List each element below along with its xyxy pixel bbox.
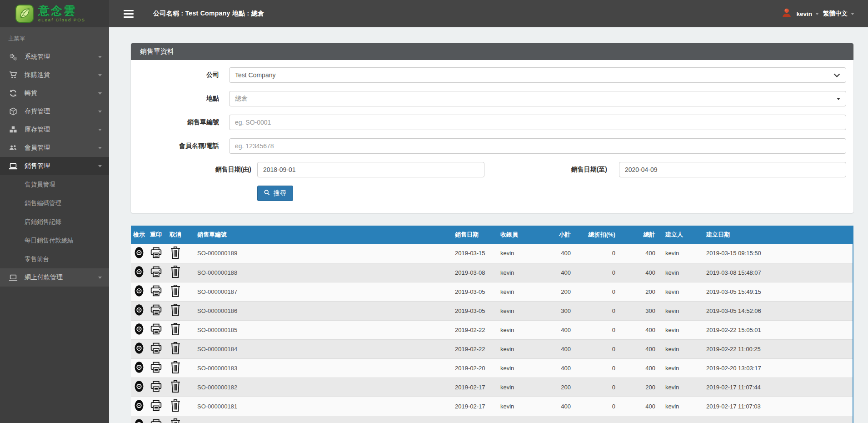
view-button[interactable] [133, 418, 145, 423]
search-button[interactable]: 搜尋 [257, 186, 293, 201]
cancel-button[interactable] [169, 303, 182, 318]
submenu-item-retail-front[interactable]: 零售前台 [0, 250, 109, 268]
sale-date-from-input[interactable] [257, 162, 484, 177]
cancel-button[interactable] [169, 322, 182, 337]
users-icon [8, 144, 18, 152]
cancel-button[interactable] [169, 265, 182, 280]
sidebar-item-stock[interactable]: 存貨管理 [0, 102, 109, 121]
submenu-item-salesperson[interactable]: 售貨員管理 [0, 175, 109, 194]
hamburger-menu-icon[interactable] [115, 0, 142, 27]
reprint-button[interactable] [149, 265, 163, 280]
total-cell: 300 [626, 301, 662, 320]
eye-icon [134, 304, 144, 317]
printer-icon [150, 304, 162, 317]
gears-icon [8, 53, 18, 61]
sidebar-item-purchasing[interactable]: 採購進貨 [0, 66, 109, 84]
printer-icon [150, 380, 162, 394]
cubes-icon [8, 126, 18, 134]
reprint-button[interactable] [149, 246, 163, 261]
cancel-button[interactable] [169, 284, 182, 299]
reprint-button[interactable] [149, 399, 163, 413]
eye-icon [134, 380, 144, 394]
sidebar-item-label: 採購進貨 [25, 71, 50, 79]
sale-date-to-input[interactable] [619, 162, 846, 177]
sidebar-item-sales[interactable]: 銷售管理 [0, 157, 109, 175]
printer-icon [150, 247, 162, 260]
header-created-date: 建立日期 [703, 226, 853, 244]
discount-cell: 0 [577, 263, 626, 282]
member-input[interactable] [229, 138, 846, 154]
main-content: 銷售單資料 公司 Test Company [109, 27, 868, 423]
reprint-button[interactable] [149, 380, 163, 394]
sale-date-cell: 2019-03-05 [451, 301, 497, 320]
submenu-item-sales-code[interactable]: 銷售編碼管理 [0, 194, 109, 212]
laptop-icon [8, 274, 18, 281]
chevron-down-icon [98, 165, 102, 167]
view-button[interactable] [133, 265, 145, 280]
submenu-item-store-sales-records[interactable]: 店鋪銷售記錄 [0, 212, 109, 231]
search-button-label: 搜尋 [274, 189, 286, 197]
company-select[interactable]: Test Company [229, 67, 846, 83]
subtotal-cell: 200 [544, 378, 577, 397]
sidebar-item-inventory[interactable]: 庫存管理 [0, 121, 109, 139]
view-button[interactable] [133, 246, 145, 261]
created-date-cell: 2019-02-17 11:04:08 [703, 416, 853, 423]
sidebar-item-members[interactable]: 會員管理 [0, 139, 109, 157]
sidebar-item-label: 會員管理 [25, 144, 50, 152]
view-button[interactable] [133, 284, 145, 299]
header-cancel: 取消 [165, 226, 186, 244]
so-number-cell: SO-000000186 [186, 301, 451, 320]
location-select[interactable]: 總倉 [229, 91, 846, 106]
sidebar-item-transfer[interactable]: 轉貨 [0, 84, 109, 102]
view-button[interactable] [133, 342, 145, 356]
so-number-cell: SO-000000184 [186, 339, 451, 358]
view-button[interactable] [133, 303, 145, 318]
user-menu[interactable]: kevin [796, 10, 819, 17]
leaf-logo-icon [15, 5, 34, 23]
trash-icon [170, 399, 181, 413]
discount-cell: 0 [577, 416, 626, 423]
sidebar-item-system[interactable]: 系統管理 [0, 48, 109, 66]
header-sale-date: 銷售日期 [451, 226, 497, 244]
reprint-button[interactable] [149, 322, 163, 337]
sidebar-item-online-payment[interactable]: 網上付款管理 [0, 268, 109, 287]
creator-cell: kevin [662, 339, 703, 358]
cashier-cell: kevin [497, 282, 544, 301]
chevron-down-icon [98, 92, 102, 95]
reprint-button[interactable] [149, 284, 163, 299]
sale-date-cell: 2019-02-17 [451, 378, 497, 397]
sidebar-filler [0, 287, 109, 423]
view-button[interactable] [133, 322, 145, 337]
reprint-button[interactable] [149, 418, 163, 423]
sidebar-item-label: 轉貨 [25, 89, 37, 97]
cancel-button[interactable] [169, 398, 182, 414]
reprint-button[interactable] [149, 361, 163, 375]
creator-cell: kevin [662, 397, 703, 416]
view-button[interactable] [133, 380, 145, 394]
cancel-button[interactable] [169, 360, 182, 376]
total-cell: 700 [626, 416, 662, 423]
cashier-cell: kevin [497, 397, 544, 416]
location-select-value: 總倉 [235, 95, 248, 103]
cancel-button[interactable] [169, 379, 182, 395]
cancel-button[interactable] [169, 246, 182, 261]
cancel-button[interactable] [169, 418, 182, 423]
language-menu[interactable]: 繁體中文 [823, 10, 854, 18]
creator-cell: kevin [662, 358, 703, 378]
cashier-cell: kevin [497, 320, 544, 339]
reprint-button[interactable] [149, 342, 163, 356]
top-navbar: 意念雲 eLeaf Cloud POS 公司名稱 : Test Company … [0, 0, 868, 27]
creator-cell: kevin [662, 244, 703, 263]
discount-cell: 0 [577, 244, 626, 263]
cancel-button[interactable] [169, 341, 182, 357]
view-button[interactable] [133, 399, 145, 413]
so-number-cell: SO-000000187 [186, 282, 451, 301]
created-date-cell: 2019-02-17 11:07:03 [703, 397, 853, 416]
chevron-down-icon [833, 71, 840, 79]
so-number-input[interactable] [229, 115, 846, 130]
view-button[interactable] [133, 361, 145, 375]
submenu-item-daily-payment-summary[interactable]: 每日銷售付款總結 [0, 231, 109, 250]
cashier-cell: kevin [497, 378, 544, 397]
so-number-cell: SO-000000182 [186, 378, 451, 397]
reprint-button[interactable] [149, 303, 163, 318]
